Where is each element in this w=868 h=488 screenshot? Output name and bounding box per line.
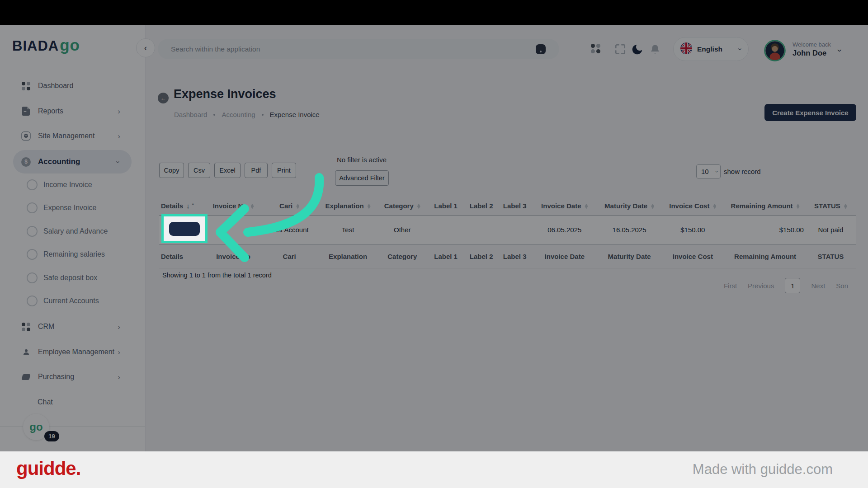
breadcrumb-dashboard[interactable]: Dashboard (174, 111, 207, 118)
breadcrumb-accounting[interactable]: Accounting (222, 111, 255, 118)
sidebar-subitem-income-invoice[interactable]: Income Invoice (0, 178, 145, 192)
pagination-current-page[interactable]: 1 (785, 278, 800, 293)
col-header-invoice-no[interactable]: Invoice No (207, 196, 260, 216)
sidebar-subitem-expense-invoice[interactable]: Expense Invoice (0, 201, 145, 215)
cell-cari: Test Account (260, 216, 318, 244)
col-header-maturity-date[interactable]: Maturity Date (598, 196, 661, 216)
col-header-cari[interactable]: Cari (260, 196, 318, 216)
cell-invoice-cost: $150.00 (660, 216, 725, 244)
sidebar-item-chat[interactable]: Chat (0, 395, 145, 409)
pagination-next[interactable]: Next (811, 282, 825, 290)
sidebar-collapse-button[interactable]: ‹ (136, 38, 155, 57)
col-header-invoice-cost[interactable]: Invoice Cost (660, 196, 725, 216)
create-expense-invoice-button[interactable]: Create Expense Invoice (764, 104, 856, 121)
chevron-down-icon: › (714, 171, 720, 173)
sidebar-subitem-safe-deposit-box[interactable]: Safe deposit box (0, 271, 145, 285)
pagination-previous[interactable]: Previous (748, 282, 774, 290)
sidebar-item-purchasing[interactable]: Purchasing › (0, 370, 145, 384)
cube-icon (21, 131, 31, 141)
copy-button[interactable]: Copy (159, 163, 184, 178)
notifications-bell-icon[interactable] (649, 43, 661, 57)
sidebar-item-employee-management[interactable]: Employee Management › (0, 345, 145, 359)
sort-icon (844, 204, 847, 209)
sort-icon (251, 204, 254, 209)
sidebar-divider (0, 426, 145, 427)
excel-button[interactable]: Excel (214, 163, 241, 178)
col-header-label1[interactable]: Label 1 (427, 196, 464, 216)
language-selector[interactable]: English › (673, 37, 749, 61)
dark-mode-moon-icon[interactable] (631, 43, 644, 58)
chevron-down-icon[interactable]: › (835, 49, 845, 52)
page-size-select[interactable]: 10 › (696, 164, 721, 178)
footer-details: Details (159, 244, 207, 268)
sort-desc-icon: ↓ (186, 202, 190, 210)
details-button[interactable] (169, 222, 200, 236)
sort-icon (417, 204, 420, 209)
main-area: ‹ English › (145, 25, 868, 451)
table-row: Test Account Test Other 06.05.2025 16.05… (159, 216, 856, 244)
col-header-details[interactable]: Details↓▲ (159, 196, 207, 216)
back-button[interactable]: ← (158, 93, 169, 103)
brand-logo-accent: go (60, 36, 80, 54)
advanced-filter-button[interactable]: Advanced Filter (335, 170, 389, 186)
guidde-logo: guidde. (16, 458, 80, 479)
uk-flag-icon (680, 42, 692, 56)
search-input[interactable] (158, 39, 559, 59)
cell-invoice-date: 06.05.2025 (531, 216, 598, 244)
dashboard-grid-icon (21, 81, 31, 91)
sidebar-subitem-label: Expense Invoice (43, 204, 96, 212)
cell-invoice-no (207, 216, 260, 244)
pagination-first[interactable]: First (724, 282, 737, 290)
sidebar-item-dashboard[interactable]: Dashboard (0, 79, 145, 93)
dollar-icon: $ (21, 157, 31, 167)
sort-icon (368, 204, 371, 209)
cell-status: Not paid (806, 216, 856, 244)
footer-status: STATUS (806, 244, 856, 268)
sort-caret-icon: ▲ (191, 202, 195, 206)
footer-cari: Cari (260, 244, 318, 268)
pagination-last[interactable]: Son (836, 282, 848, 290)
csv-button[interactable]: Csv (188, 163, 210, 178)
record-summary: Showing 1 to 1 from the total 1 record (162, 272, 272, 279)
sidebar-subitem-salary-advance[interactable]: Salary and Advance (0, 225, 145, 238)
breadcrumb: Dashboard Accounting Expense Invoice (174, 111, 320, 118)
table-header-row: Details↓▲ Invoice No Cari Explanation Ca… (159, 196, 856, 216)
step-count-badge: 19 (44, 431, 59, 441)
sidebar-item-label: Reports (38, 107, 63, 115)
radio-circle-icon (27, 296, 38, 306)
search-shortcut-icon (536, 44, 546, 54)
col-header-label3[interactable]: Label 3 (498, 196, 531, 216)
col-header-category[interactable]: Category (377, 196, 427, 216)
chevron-right-icon: › (118, 132, 120, 140)
chevron-down-icon: › (736, 48, 744, 50)
col-header-status[interactable]: STATUS (806, 196, 856, 216)
sidebar-item-crm[interactable]: CRM › (0, 320, 145, 333)
purchasing-icon (21, 372, 31, 382)
sidebar-item-accounting[interactable]: $ Accounting › (13, 150, 132, 174)
col-header-remaining-amount[interactable]: Remaining Amount (725, 196, 806, 216)
fullscreen-icon[interactable] (614, 43, 626, 57)
apps-grid-icon[interactable] (591, 44, 601, 54)
pagination: First Previous 1 Next Son (724, 278, 848, 293)
sidebar-subitem-remaining-salaries[interactable]: Remaining salaries (0, 248, 145, 261)
cell-remaining-amount: $150.00 (725, 216, 806, 244)
screenshot-stage: BIADA go Dashboard Reports › Site Manage… (0, 0, 868, 488)
col-header-invoice-date[interactable]: Invoice Date (531, 196, 598, 216)
page-title: Expense Invoices (174, 87, 276, 101)
sort-icon (585, 204, 588, 209)
col-header-label2[interactable]: Label 2 (464, 196, 499, 216)
sidebar-item-site-management[interactable]: Site Management › (0, 129, 145, 143)
print-button[interactable]: Print (272, 163, 296, 178)
app-window: BIADA go Dashboard Reports › Site Manage… (0, 25, 868, 451)
sidebar-item-label: Dashboard (38, 82, 73, 90)
sidebar-subitem-current-accounts[interactable]: Current Accounts (0, 294, 145, 308)
sidebar-item-reports[interactable]: Reports › (0, 104, 145, 118)
radio-circle-icon (27, 249, 38, 260)
avatar[interactable] (764, 40, 786, 61)
col-header-explanation[interactable]: Explanation (319, 196, 377, 216)
chevron-right-icon: › (118, 323, 120, 331)
chevron-down-icon: › (115, 160, 123, 163)
sidebar-item-label: CRM (38, 323, 54, 331)
guidde-watermark-bar: guidde. Made with guidde.com (0, 451, 868, 488)
pdf-button[interactable]: Pdf (245, 163, 268, 178)
